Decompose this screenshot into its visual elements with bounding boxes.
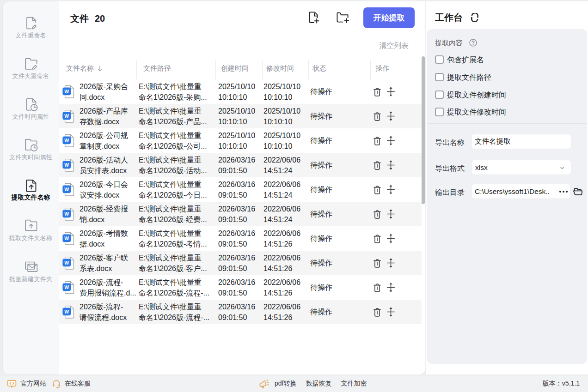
- table-row[interactable]: W 2026版-经费报销.docx E:\测试文件\批量重命名1\2026版-经…: [59, 202, 422, 226]
- sidebar-item-batch-new-folder[interactable]: 批量新建文件夹: [3, 260, 59, 284]
- word-file-icon: W: [62, 281, 75, 295]
- export-name-input[interactable]: [471, 134, 571, 149]
- cell-created-time: 2026/03/1609:01:50: [218, 155, 255, 176]
- version-label: 版本：v5.1.1: [543, 375, 580, 392]
- move-row-handle[interactable]: [386, 251, 395, 275]
- cell-file-path: E:\测试文件\批量重命名1\2026版-考情...: [139, 228, 207, 249]
- column-header-modified[interactable]: 修改时间: [266, 58, 294, 79]
- sidebar-item-label: 提取文件名称: [3, 194, 59, 201]
- browse-more-button[interactable]: [556, 184, 571, 199]
- workbench-card: 提取内容 包含扩展名 提取文件路径 提取文件创建时间 提取文件修改时间 导出名称: [427, 29, 587, 364]
- sidebar-item-extract-file-name[interactable]: 提取文件名称: [3, 179, 59, 203]
- cell-status: 待操作: [310, 251, 332, 275]
- sidebar-item-label: 文件重命名: [3, 32, 59, 39]
- table-header: 文件名称 文件路径 创建时间 修改时间 状态 操作: [59, 58, 422, 79]
- delete-row-button[interactable]: [373, 202, 382, 226]
- svg-text:W: W: [64, 309, 69, 314]
- delete-row-button[interactable]: [373, 79, 382, 104]
- delete-row-button[interactable]: [373, 226, 382, 251]
- sidebar-item-extract-folder-name[interactable]: 提取文件夹名称: [3, 219, 59, 243]
- delete-row-button[interactable]: [373, 153, 382, 177]
- table-row[interactable]: W 2026版-考情数据.docx E:\测试文件\批量重命名1\2026版-考…: [59, 226, 422, 251]
- cell-file-path: E:\测试文件\批量重命名1\2026版-客户...: [139, 253, 207, 274]
- column-separator: [262, 60, 263, 81]
- cell-created-time: 2026/03/1609:01:50: [218, 277, 255, 298]
- pdf-convert-link[interactable]: pdf转换: [275, 380, 296, 388]
- column-header-created[interactable]: 创建时间: [221, 58, 249, 79]
- cell-status: 待操作: [310, 202, 332, 226]
- delete-row-button[interactable]: [373, 104, 382, 128]
- table-row[interactable]: W 2026版-流程-请假流程.docx E:\测试文件\批量重命名1\2026…: [59, 300, 422, 324]
- cell-file-name: 2026版-公司规章制度.docx: [80, 130, 128, 151]
- move-row-handle[interactable]: [386, 177, 395, 202]
- data-recovery-link[interactable]: 数据恢复: [306, 380, 331, 388]
- table-row[interactable]: W 2026版-今日会议安排.docx E:\测试文件\批量重命名1\2026版…: [59, 177, 422, 202]
- sidebar-item-folder-time[interactable]: 文件夹时间属性: [3, 138, 59, 162]
- help-icon[interactable]: [469, 39, 477, 47]
- official-website-link[interactable]: 官方网站: [7, 375, 46, 392]
- file-encrypt-link[interactable]: 文件加密: [341, 380, 367, 388]
- refresh-icon[interactable]: [470, 13, 479, 22]
- vertical-scrollbar[interactable]: [422, 56, 425, 204]
- open-folder-icon[interactable]: [573, 186, 584, 197]
- delete-row-button[interactable]: [373, 300, 382, 324]
- column-header-name[interactable]: 文件名称: [66, 58, 103, 79]
- cell-status: 待操作: [310, 104, 332, 128]
- file-list-panel: 文件20 开始提取 清空列表 文件名称 文件路径 创建时间 修改时间 状态 操作: [59, 1, 425, 374]
- sidebar-item-folder-rename[interactable]: 文件夹重命名: [3, 57, 59, 81]
- column-header-status[interactable]: 状态: [312, 58, 326, 79]
- move-row-handle[interactable]: [386, 275, 395, 300]
- cell-created-time: 2026/03/1609:01:50: [218, 302, 255, 323]
- checkbox[interactable]: [435, 55, 444, 64]
- checkbox[interactable]: [435, 108, 444, 116]
- cell-file-name: 2026版-采购合同.docx: [80, 81, 128, 103]
- move-row-handle[interactable]: [386, 128, 395, 153]
- sidebar-item-label: 文件夹重命名: [3, 72, 59, 79]
- move-row-handle[interactable]: [386, 104, 395, 128]
- start-extract-button[interactable]: 开始提取: [363, 7, 415, 28]
- column-header-path[interactable]: 文件路径: [143, 58, 171, 79]
- cell-file-path: E:\测试文件\批量重命名1\2026版-公司...: [139, 130, 207, 151]
- checkbox[interactable]: [435, 73, 444, 82]
- cell-created-time: 2026/03/1609:01:50: [218, 179, 255, 200]
- table-row[interactable]: W 2026版-流程-费用报销流程.d... E:\测试文件\批量重命名1\20…: [59, 275, 422, 300]
- delete-row-button[interactable]: [373, 128, 382, 153]
- table-row[interactable]: W 2026版-活动人员安排表.docx E:\测试文件\批量重命名1\2026…: [59, 153, 422, 177]
- column-separator: [370, 60, 371, 81]
- folder-extract-icon: [3, 219, 59, 233]
- move-row-handle[interactable]: [386, 300, 395, 324]
- table-row[interactable]: W 2026版-产品库存数据.docx E:\测试文件\批量重命名1\2026版…: [59, 104, 422, 128]
- checkbox[interactable]: [435, 90, 444, 99]
- delete-row-button[interactable]: [373, 275, 382, 300]
- move-row-handle[interactable]: [386, 202, 395, 226]
- svg-text:W: W: [64, 260, 69, 265]
- move-row-handle[interactable]: [386, 226, 395, 251]
- output-dir-input[interactable]: [471, 184, 557, 199]
- footer-links: pdf转换 数据恢复 文件加密: [258, 375, 367, 392]
- clear-list-button[interactable]: 清空列表: [379, 41, 409, 51]
- table-row[interactable]: W 2026版-客户联系表.docx E:\测试文件\批量重命名1\2026版-…: [59, 251, 422, 275]
- export-format-select[interactable]: xlsx: [471, 160, 571, 175]
- move-row-handle[interactable]: [386, 153, 395, 177]
- online-support-link[interactable]: 在线客服: [52, 375, 91, 392]
- add-file-button[interactable]: [306, 10, 320, 24]
- delete-row-button[interactable]: [373, 251, 382, 275]
- move-row-handle[interactable]: [386, 79, 395, 104]
- svg-text:W: W: [64, 187, 69, 192]
- column-header-actions[interactable]: 操作: [375, 58, 389, 79]
- word-file-icon: W: [62, 232, 75, 246]
- table-row[interactable]: W 2026版-公司规章制度.docx E:\测试文件\批量重命名1\2026版…: [59, 128, 422, 153]
- add-folder-button[interactable]: [334, 9, 352, 26]
- delete-row-button[interactable]: [373, 177, 382, 202]
- cell-created-time: 2025/10/1010:10:10: [218, 130, 255, 151]
- word-file-icon: W: [62, 256, 75, 270]
- sidebar-item-file-time[interactable]: 文件时间属性: [3, 97, 59, 121]
- word-file-icon: W: [62, 183, 75, 197]
- cell-created-time: 2026/03/1609:01:50: [218, 204, 255, 225]
- cell-file-path: E:\测试文件\批量重命名1\2026版-流程-...: [139, 302, 209, 323]
- cell-file-name: 2026版-流程-请假流程.docx: [80, 302, 127, 323]
- sidebar-item-label: 批量新建文件夹: [3, 276, 59, 283]
- sidebar-item-file-rename[interactable]: 文件重命名: [3, 16, 59, 40]
- table-row[interactable]: W 2026版-采购合同.docx E:\测试文件\批量重命名1\2026版-采…: [59, 79, 422, 104]
- chevron-down-icon: [560, 167, 564, 169]
